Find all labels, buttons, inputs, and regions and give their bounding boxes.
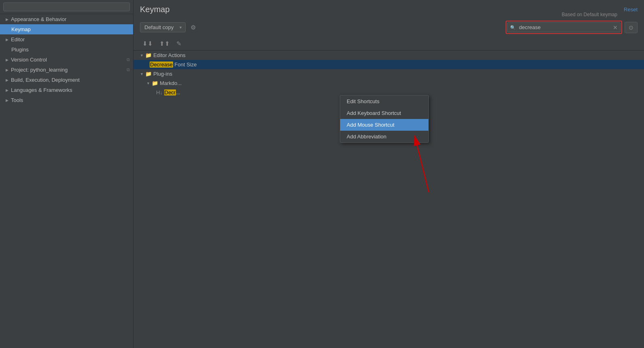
arrow-icon: ▶ (6, 68, 8, 72)
highlight-text: Decrease (150, 62, 173, 68)
copy-icon: ⧉ (127, 67, 130, 72)
arrow-icon: ▶ (6, 38, 8, 42)
tree-item-label: Plug-ins (153, 71, 172, 77)
tree-item-label: Markdo... (160, 80, 182, 86)
context-menu-item-add-keyboard[interactable]: Add Keyboard Shortcut (340, 107, 428, 119)
controls-row: Default copy ⚙ Based on Default keymap ✕… (133, 17, 644, 37)
heading-prefix: H↓ (156, 89, 164, 95)
main-content: Keymap Reset Default copy ⚙ Based on Def… (133, 0, 644, 348)
copy-icon: ⧉ (127, 57, 130, 62)
sidebar-item-label: Build, Execution, Deployment (11, 77, 80, 83)
sidebar-item-keymap[interactable]: Keymap (0, 24, 133, 34)
sidebar-item-plugins[interactable]: Plugins (0, 45, 133, 55)
keymap-dropdown[interactable]: Default copy (140, 22, 186, 32)
search-input[interactable] (507, 22, 621, 32)
tree-item-markdown[interactable]: ▼ 📁 Markdo... (133, 79, 644, 88)
sidebar-item-label: Plugins (11, 47, 29, 53)
page-title: Keymap (140, 5, 169, 14)
folder-icon: 📁 (152, 80, 158, 86)
sidebar-item-version-control[interactable]: ▶ Version Control ⧉ (0, 55, 133, 65)
sidebar-items-list: ▶ Appearance & Behavior Keymap ▶ Editor … (0, 14, 133, 105)
sidebar-item-label: Keymap (11, 26, 31, 32)
arrow-icon: ▶ (6, 98, 8, 102)
keymap-hint: Based on Default keymap (562, 12, 617, 17)
arrow-icon: ▶ (6, 17, 8, 21)
sidebar-item-editor[interactable]: ▶ Editor (0, 34, 133, 45)
search-box-wrap: ✕ (506, 21, 622, 34)
search-box-inner: ✕ (507, 22, 621, 32)
search-options-icon: ⊙ (629, 24, 633, 31)
toggle-icon[interactable]: ▼ (146, 81, 150, 85)
context-menu-item-add-abbreviation[interactable]: Add Abbreviation (340, 131, 428, 142)
search-clear-icon[interactable]: ✕ (613, 24, 618, 31)
tree-item-decrease-font-size[interactable]: Decrease Font Size (133, 60, 644, 69)
context-menu: Edit Shortcuts Add Keyboard Shortcut Add… (340, 95, 429, 143)
tree-area: ▼ 📁 Editor Actions Decrease Font Size ▼ … (133, 51, 644, 348)
context-menu-item-edit-shortcuts[interactable]: Edit Shortcuts (340, 95, 428, 107)
folder-icon: 📁 (145, 52, 152, 58)
tree-item-label: H↓ Decr... (156, 89, 180, 95)
edit-icon: ✎ (176, 40, 182, 47)
context-menu-item-add-mouse[interactable]: Add Mouse Shortcut (340, 119, 428, 131)
sidebar-search-container (0, 0, 133, 14)
sidebar-item-languages[interactable]: ▶ Languages & Frameworks (0, 85, 133, 95)
sidebar-search-wrap (3, 2, 130, 11)
sidebar-item-label: Tools (11, 97, 23, 103)
sidebar-item-label: Languages & Frameworks (11, 87, 72, 93)
gear-button[interactable]: ⚙ (188, 23, 198, 32)
sidebar-item-build[interactable]: ▶ Build, Execution, Deployment (0, 75, 133, 85)
collapse-all-icon: ⬆⬆ (159, 40, 170, 47)
controls-left: Default copy ⚙ (140, 22, 198, 32)
highlight-text: Decr (164, 89, 176, 95)
tree-item-plugins[interactable]: ▼ 📁 Plug-ins (133, 69, 644, 79)
arrow-icon: ▶ (6, 88, 8, 92)
expand-all-button[interactable]: ⬇⬇ (140, 39, 155, 49)
keymap-dropdown-wrap: Default copy (140, 22, 186, 32)
controls-right: Based on Default keymap ✕ ⊙ (506, 21, 638, 34)
toggle-icon[interactable]: ▼ (140, 53, 144, 57)
sidebar-item-tools[interactable]: ▶ Tools (0, 95, 133, 105)
arrow-icon: ▶ (6, 58, 8, 62)
collapse-all-button[interactable]: ⬆⬆ (157, 39, 172, 49)
arrow-icon: ▶ (6, 78, 8, 82)
tree-item-suffix: ... (176, 89, 180, 95)
folder-icon: 📁 (145, 71, 152, 77)
toolbar-row: ⬇⬇ ⬆⬆ ✎ (133, 37, 644, 51)
svg-line-1 (415, 136, 429, 192)
sidebar-item-label: Version Control (11, 57, 47, 63)
edit-button[interactable]: ✎ (174, 39, 184, 49)
expand-all-icon: ⬇⬇ (142, 40, 153, 47)
sidebar-search-input[interactable] (3, 2, 130, 11)
sidebar: ▶ Appearance & Behavior Keymap ▶ Editor … (0, 0, 133, 348)
search-options-button[interactable]: ⊙ (625, 22, 638, 33)
sidebar-item-label: Appearance & Behavior (11, 16, 66, 22)
reset-button[interactable]: Reset (624, 6, 638, 13)
toggle-icon[interactable]: ▼ (140, 72, 144, 76)
sidebar-item-project[interactable]: ▶ Project: python_learning ⧉ (0, 65, 133, 75)
tree-item-editor-actions[interactable]: ▼ 📁 Editor Actions (133, 51, 644, 60)
tree-item-suffix: Font Size (174, 62, 197, 68)
tree-item-label: Decrease Font Size (150, 62, 197, 68)
sidebar-item-appearance[interactable]: ▶ Appearance & Behavior (0, 14, 133, 24)
sidebar-item-label: Editor (11, 36, 25, 42)
sidebar-item-label: Project: python_learning (11, 67, 68, 73)
tree-item-label: Editor Actions (153, 52, 186, 58)
